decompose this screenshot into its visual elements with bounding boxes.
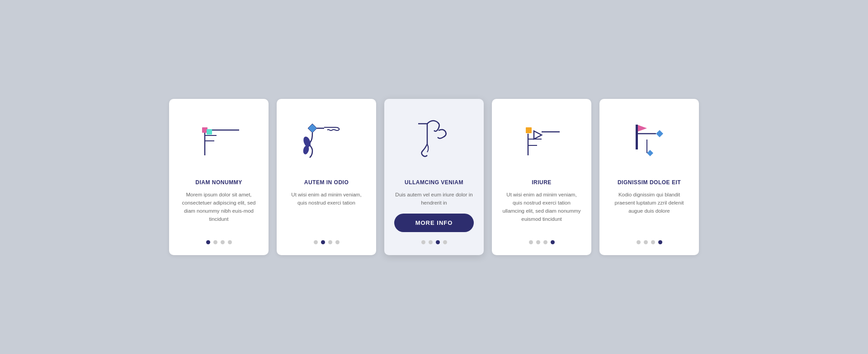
dot-2 <box>644 240 648 244</box>
svg-marker-22 <box>647 150 653 156</box>
svg-marker-12 <box>534 131 542 139</box>
decorative-corner-icon-3 <box>402 112 466 171</box>
card-3-title: ULLAMCING VENIAM <box>405 179 463 186</box>
dot-2 <box>321 240 325 244</box>
dot-1 <box>206 240 210 244</box>
cards-container: DIAM NONUMMY Morem ipsum dolor sit amet,… <box>169 99 699 255</box>
card-3-text: Duis autem vel eum iriure dolor in hendr… <box>394 191 474 207</box>
card-2: AUTEM IN ODIO Ut wisi enim ad minim veni… <box>277 99 376 255</box>
card-2-dots <box>314 240 340 244</box>
card-4-title: IRIURE <box>532 179 552 186</box>
dot-1 <box>637 240 641 244</box>
card-5-dots <box>637 240 662 244</box>
card-2-title: AUTEM IN ODIO <box>304 179 349 186</box>
dot-2 <box>213 240 217 244</box>
decorative-corner-icon-1 <box>189 115 248 169</box>
decorative-corner-icon-2 <box>297 115 356 169</box>
dot-4 <box>228 240 232 244</box>
dot-3 <box>436 240 440 244</box>
card-3-icon-area <box>394 112 474 171</box>
card-1: DIAM NONUMMY Morem ipsum dolor sit amet,… <box>169 99 269 255</box>
card-5-title: DIGNISSIM DOLOE EIT <box>618 179 681 186</box>
decorative-corner-icon-5 <box>620 115 679 169</box>
dot-3 <box>651 240 655 244</box>
card-3: ULLAMCING VENIAM Duis autem vel eum iriu… <box>384 99 484 255</box>
card-4-icon-area <box>502 112 581 171</box>
svg-rect-11 <box>526 127 532 133</box>
svg-rect-18 <box>636 125 638 149</box>
dot-3 <box>328 240 332 244</box>
card-1-text: Morem ipsum dolor sit amet, consectetuer… <box>179 191 259 232</box>
svg-marker-20 <box>656 130 663 137</box>
dot-2 <box>429 240 433 244</box>
card-1-icon-area <box>179 112 259 171</box>
dot-1 <box>421 240 425 244</box>
svg-rect-1 <box>207 129 212 135</box>
svg-marker-17 <box>637 125 647 132</box>
svg-marker-6 <box>308 124 317 133</box>
card-4-dots <box>529 240 555 244</box>
more-info-button[interactable]: MORE INFO <box>394 214 474 232</box>
dot-3 <box>543 240 547 244</box>
dot-1 <box>529 240 533 244</box>
card-2-icon-area <box>287 112 366 171</box>
dot-1 <box>314 240 318 244</box>
dot-4 <box>335 240 340 244</box>
dot-4 <box>658 240 662 244</box>
card-4: IRIURE Ut wisi enim ad minim veniam, qui… <box>492 99 591 255</box>
card-5: DIGNISSIM DOLOE EIT Kodio dignissim qui … <box>599 99 699 255</box>
dot-4 <box>551 240 555 244</box>
card-5-text: Kodio dignissim qui blandit praesent lup… <box>609 191 689 232</box>
card-5-icon-area <box>609 112 689 171</box>
card-3-dots <box>421 240 447 244</box>
dot-2 <box>536 240 540 244</box>
card-4-text: Ut wisi enim ad minim veniam, quis nostr… <box>502 191 581 232</box>
dot-3 <box>221 240 225 244</box>
card-1-title: DIAM NONUMMY <box>195 179 242 186</box>
decorative-corner-icon-4 <box>512 115 571 169</box>
card-1-dots <box>206 240 232 244</box>
dot-4 <box>443 240 447 244</box>
card-2-text: Ut wisi enim ad minim veniam, quis nostr… <box>287 191 366 232</box>
